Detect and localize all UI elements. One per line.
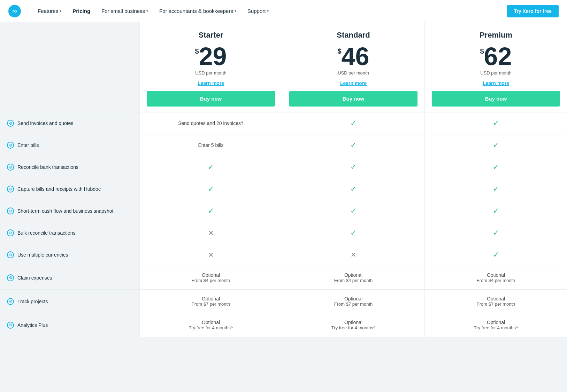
info-icon[interactable]: ⊙ (7, 229, 14, 236)
feature-text: Send quotes and 20 invoices† (178, 120, 244, 126)
feature-value-cell: ✓ (424, 134, 567, 156)
price-amount: 46 (342, 44, 369, 69)
info-icon[interactable]: ⊙ (7, 298, 14, 305)
learn-more-link[interactable]: Learn more (289, 80, 417, 86)
buy-now-button[interactable]: Buy now (289, 91, 417, 107)
feature-value-cell: ✓ (139, 200, 282, 222)
feature-value-cell: ✕ (282, 244, 424, 266)
check-icon: ✓ (493, 163, 499, 172)
price-amount: 62 (484, 44, 512, 69)
chevron-down-icon: ▾ (267, 9, 269, 13)
feature-value-cell: Send quotes and 20 invoices† (139, 112, 282, 134)
price-amount: 29 (199, 44, 227, 69)
info-icon[interactable]: ⊙ (7, 120, 14, 127)
logo[interactable]: ro (8, 5, 21, 17)
check-icon: ✓ (493, 206, 499, 215)
feature-label: Reconcile bank transactions (17, 164, 78, 170)
try-xero-button[interactable]: Try Xero for free (507, 5, 559, 17)
feature-value-cell: ✓ (282, 112, 424, 134)
optional-label: Optional (487, 320, 505, 325)
chevron-down-icon: ▾ (146, 9, 148, 13)
buy-now-button[interactable]: Buy now (147, 91, 275, 107)
cross-icon: ✕ (208, 229, 214, 237)
info-icon[interactable]: ⊙ (7, 164, 14, 171)
feature-value-cell: ✕ (139, 222, 282, 244)
feature-value-cell: ✓ (139, 156, 282, 178)
feature-value-cell: ✓ (282, 134, 424, 156)
optional-label: Optional (202, 320, 220, 325)
feature-value-cell: ✓ (282, 222, 424, 244)
nav-small-business[interactable]: For small business ▾ (96, 0, 154, 22)
check-icon: ✓ (493, 141, 499, 150)
feature-label: Short-term cash flow and business snapsh… (17, 208, 113, 214)
info-icon[interactable]: ⊙ (7, 251, 14, 258)
cross-icon: ✕ (208, 251, 214, 259)
nav-support[interactable]: Support ▾ (242, 0, 275, 22)
feature-label: Enter bills (17, 142, 39, 148)
feature-text: Enter 5 bills (198, 142, 223, 148)
feature-value-cell: ✓ (282, 200, 424, 222)
feature-label: Send invoices and quotes (17, 120, 73, 126)
pricing-table: Starter $ 29 USD per month Learn more Bu… (0, 22, 567, 337)
check-icon: ✓ (493, 185, 499, 194)
optional-sub: From $4 per month (477, 278, 515, 283)
feature-value-cell: Optional Try free for 4 months^ (424, 313, 567, 337)
check-icon: ✓ (350, 185, 357, 194)
check-icon: ✓ (493, 228, 499, 237)
feature-value-cell: ✓ (424, 112, 567, 134)
info-icon[interactable]: ⊙ (7, 186, 14, 193)
optional-sub: From $7 per month (477, 301, 515, 307)
optional-sub: From $7 per month (192, 301, 230, 307)
feature-label-cell: ⊙ Use multiple currencies (0, 244, 139, 266)
feature-label-cell: ⊙ Send invoices and quotes (0, 112, 139, 134)
check-icon: ✓ (350, 228, 357, 237)
nav-features[interactable]: Features ▾ (32, 0, 67, 22)
feature-value-cell: Optional From $4 per month (139, 266, 282, 290)
feature-column-header (0, 22, 139, 112)
optional-sub: From $7 per month (334, 301, 373, 307)
plan-header-premium: Premium $ 62 USD per month Learn more Bu… (424, 22, 567, 112)
feature-label-cell: ⊙ Capture bills and receipts with Hubdoc (0, 178, 139, 200)
nav-accountants[interactable]: For accountants & bookkeepers ▾ (154, 0, 242, 22)
price-currency: $ (337, 47, 341, 55)
nav-items: Features ▾ Pricing For small business ▾ … (32, 0, 507, 22)
optional-label: Optional (202, 296, 220, 301)
feature-value-cell: Enter 5 bills (139, 134, 282, 156)
optional-label: Optional (344, 296, 362, 301)
feature-value-cell: Optional From $7 per month (139, 290, 282, 313)
info-icon[interactable]: ⊙ (7, 207, 14, 214)
optional-sub: Try free for 4 months^ (331, 325, 375, 330)
feature-value-cell: Optional From $4 per month (424, 266, 567, 290)
feature-label-cell: ⊙ Reconcile bank transactions (0, 156, 139, 178)
optional-sub: Try free for 4 months^ (189, 325, 233, 330)
feature-value-cell: ✓ (424, 244, 567, 266)
feature-label: Bulk reconcile transactions (17, 230, 76, 236)
pricing-page: Starter $ 29 USD per month Learn more Bu… (0, 22, 567, 337)
cross-icon: ✕ (351, 251, 357, 259)
plan-name: Premium (432, 31, 560, 40)
feature-value-cell: Optional Try free for 4 months^ (282, 313, 424, 337)
feature-label-cell: ⊙ Bulk reconcile transactions (0, 222, 139, 244)
price-currency: $ (480, 47, 484, 55)
optional-sub: From $4 per month (334, 278, 373, 283)
nav-pricing[interactable]: Pricing (67, 0, 96, 22)
feature-label-cell: ⊙ Enter bills (0, 134, 139, 156)
info-icon[interactable]: ⊙ (7, 142, 14, 149)
info-icon[interactable]: ⊙ (7, 274, 14, 281)
learn-more-link[interactable]: Learn more (147, 80, 275, 86)
buy-now-button[interactable]: Buy now (432, 91, 560, 107)
check-icon: ✓ (350, 141, 357, 150)
feature-label: Capture bills and receipts with Hubdoc (17, 186, 101, 192)
feature-label: Use multiple currencies (17, 252, 68, 258)
check-icon: ✓ (208, 185, 214, 194)
plan-name: Starter (147, 31, 275, 40)
plan-name: Standard (289, 31, 417, 40)
learn-more-link[interactable]: Learn more (432, 80, 560, 86)
plan-header-standard: Standard $ 46 USD per month Learn more B… (282, 22, 424, 112)
price-period: USD per month (147, 70, 275, 76)
feature-value-cell: Optional From $7 per month (424, 290, 567, 313)
feature-label-cell: ⊙ Short-term cash flow and business snap… (0, 200, 139, 222)
feature-value-cell: Optional From $4 per month (282, 266, 424, 290)
info-icon[interactable]: ⊙ (7, 322, 14, 329)
feature-value-cell: ✓ (282, 156, 424, 178)
